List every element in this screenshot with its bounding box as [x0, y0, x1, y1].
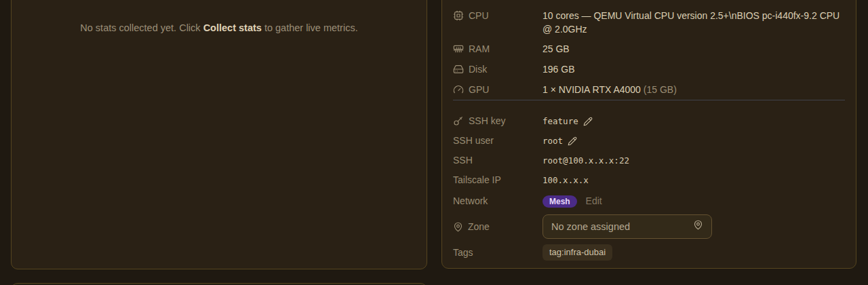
zone-select-placeholder: No zone assigned: [551, 220, 630, 233]
zone-select[interactable]: No zone assigned: [542, 214, 712, 239]
ssh-user-value: root: [542, 134, 563, 148]
ssh-user-label: SSH user: [453, 134, 542, 147]
detail-row-ssh-user: SSH user root: [453, 134, 845, 148]
gpu-value: 1 × NVIDIA RTX A4000 (15 GB): [542, 83, 845, 96]
zone-label-group: Zone: [453, 220, 542, 233]
no-stats-message: No stats collected yet. Click Collect st…: [12, 0, 427, 35]
cpu-value: 10 cores — QEMU Virtual CPU version 2.5+…: [542, 9, 845, 36]
ssh-key-icon: [453, 115, 464, 126]
ram-label-group: RAM: [453, 42, 542, 56]
edit-ssh-user-icon[interactable]: [568, 136, 577, 146]
collect-stats-mention: Collect stats: [203, 22, 262, 33]
cpu-label-group: CPU: [453, 9, 542, 22]
detail-row-disk: Disk 196 GB: [453, 62, 845, 76]
detail-row-cpu: CPU 10 cores — QEMU Virtual CPU version …: [453, 9, 845, 36]
tailscale-ip-label: Tailscale IP: [453, 173, 542, 187]
stats-panel: No stats collected yet. Click Collect st…: [11, 0, 427, 269]
cpu-icon: [453, 10, 464, 21]
gpu-value-main: 1 × NVIDIA RTX A4000: [542, 84, 641, 95]
zone-pin-icon: [693, 220, 703, 233]
detail-row-ssh-key: SSH key feature: [453, 114, 845, 128]
tags-label: Tags: [453, 246, 542, 259]
detail-row-tags: Tags tag:infra-dubai: [453, 244, 845, 261]
gpu-label: GPU: [469, 83, 489, 96]
network-edit-link[interactable]: Edit: [586, 195, 602, 206]
disk-value: 196 GB: [542, 62, 845, 76]
disk-label: Disk: [469, 62, 487, 76]
ram-value: 25 GB: [542, 42, 845, 56]
detail-row-zone: Zone No zone assigned: [453, 214, 845, 239]
gpu-value-memory: (15 GB): [644, 84, 677, 95]
map-pin-icon: [453, 222, 463, 232]
disk-label-group: Disk: [453, 62, 542, 76]
gpu-label-group: GPU: [453, 83, 542, 96]
ssh-key-value: feature: [542, 115, 578, 128]
detail-row-tailscale-ip: Tailscale IP 100.x.x.x: [453, 173, 845, 187]
tag-chip: tag:infra-dubai: [542, 244, 612, 261]
edit-ssh-key-icon[interactable]: [583, 117, 593, 126]
network-mode-badge: Mesh: [542, 195, 577, 208]
disk-icon: [453, 64, 464, 75]
ssh-value: root@100.x.x.x:22: [542, 155, 629, 166]
tailscale-ip-value: 100.x.x.x: [542, 175, 589, 185]
machine-details-panel: CPU 10 cores — QEMU Virtual CPU version …: [441, 0, 856, 269]
detail-row-ram: RAM 25 GB: [453, 42, 845, 56]
gpu-icon: [453, 84, 464, 95]
ssh-key-label: SSH key: [469, 114, 505, 128]
detail-row-ssh: SSH root@100.x.x.x:22: [453, 153, 845, 168]
cpu-label: CPU: [469, 9, 489, 22]
no-stats-message-suffix: to gather live metrics.: [262, 22, 358, 33]
ram-icon: [453, 43, 464, 54]
no-stats-message-prefix: No stats collected yet. Click: [80, 22, 203, 33]
section-divider: [453, 100, 845, 100]
detail-row-network: Network Mesh Edit: [453, 194, 845, 208]
detail-row-gpu: GPU 1 × NVIDIA RTX A4000 (15 GB): [453, 83, 845, 96]
ssh-key-label-group: SSH key: [453, 114, 542, 128]
ram-label: RAM: [469, 42, 490, 56]
network-label: Network: [453, 194, 542, 208]
ssh-label: SSH: [453, 153, 542, 167]
zone-label: Zone: [468, 220, 490, 233]
